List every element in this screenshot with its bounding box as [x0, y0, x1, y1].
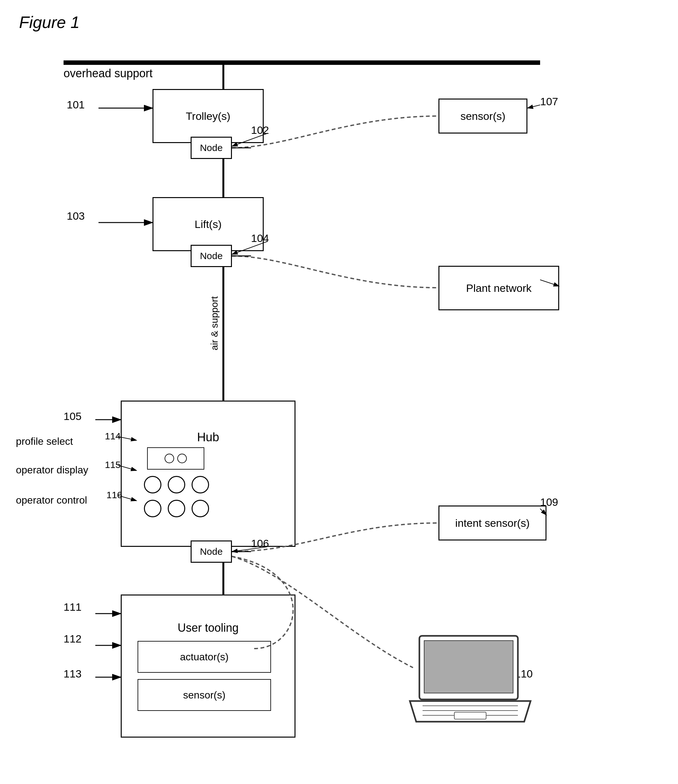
operator-display-label: operator display	[16, 464, 88, 476]
ref-103: 103	[67, 210, 85, 222]
spine-line-3	[222, 267, 224, 401]
ref-114: 114	[105, 431, 121, 442]
spine-line-4	[222, 563, 224, 594]
ref-107: 107	[540, 95, 558, 108]
ref-102: 102	[251, 124, 269, 136]
node-box-3: Node	[191, 541, 232, 563]
hub-box: Hub	[121, 401, 295, 547]
spine-line-2	[222, 159, 224, 197]
trolley-box: Trolley(s)	[152, 89, 264, 143]
ref-111: 111	[64, 601, 82, 613]
ref-101: 101	[67, 98, 85, 111]
sensor-box-top: sensor(s)	[439, 98, 527, 134]
actuator-box: actuator(s)	[138, 641, 271, 673]
connector-lines	[0, 0, 678, 784]
spine-line-1	[222, 65, 224, 90]
ref-113: 113	[64, 668, 82, 680]
operator-control-label: operator control	[16, 494, 87, 506]
ref-106: 106	[251, 537, 269, 550]
svg-rect-5	[454, 712, 486, 719]
ref-104: 104	[251, 232, 269, 245]
ref-116: 116	[106, 489, 122, 500]
laptop-illustration	[407, 630, 534, 731]
air-support-label: air & support	[209, 296, 220, 350]
hub-label: Hub	[128, 430, 288, 444]
sensor-box-ut: sensor(s)	[138, 679, 271, 711]
intent-sensor-box: intent sensor(s)	[439, 505, 546, 541]
user-tooling-box: User tooling actuator(s) sensor(s)	[121, 594, 295, 737]
overhead-label: overhead support	[64, 67, 152, 80]
ref-105: 105	[64, 410, 82, 422]
plant-network-box: Plant network	[439, 266, 559, 310]
node-box-2: Node	[191, 245, 232, 267]
ref-115: 115	[105, 460, 121, 470]
node-box-1: Node	[191, 137, 232, 159]
lift-box: Lift(s)	[152, 197, 264, 251]
figure-title: Figure 1	[19, 13, 80, 32]
overhead-bar	[64, 61, 540, 65]
svg-line-18	[527, 105, 540, 108]
svg-rect-1	[424, 641, 513, 693]
user-tooling-label: User tooling	[128, 621, 288, 634]
ref-112: 112	[64, 633, 82, 645]
profile-select-label: profile select	[16, 436, 73, 447]
